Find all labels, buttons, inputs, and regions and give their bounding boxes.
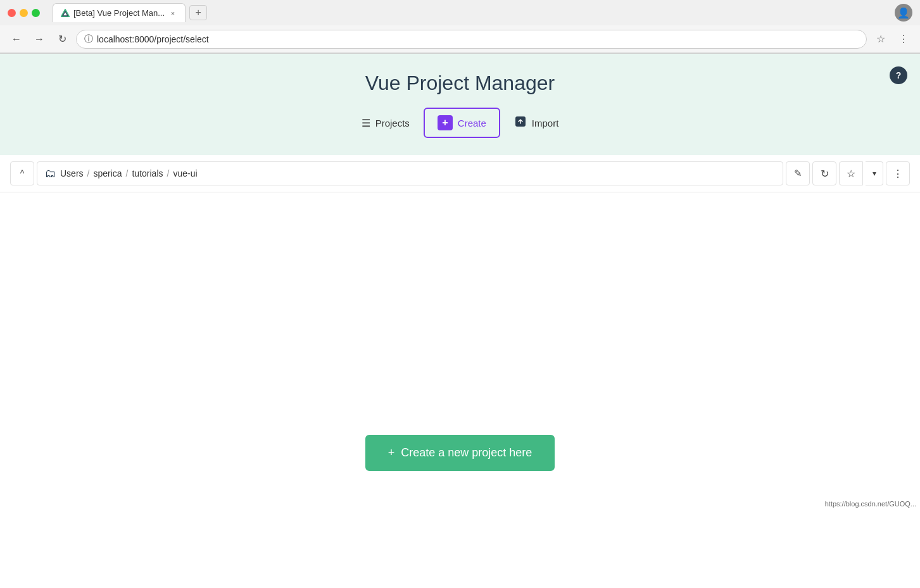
tab-projects-label: Projects [375, 118, 410, 128]
refresh-icon: ↻ [821, 168, 829, 180]
create-plus-sign: + [388, 446, 395, 460]
tab-import[interactable]: Import [500, 108, 573, 138]
bookmark-button[interactable]: ☆ [872, 30, 890, 48]
favorites-dropdown-button[interactable]: ▾ [866, 161, 883, 185]
tab-projects[interactable]: ☰ Projects [348, 109, 424, 137]
create-plus-icon: + [438, 115, 453, 130]
reload-button[interactable]: ↻ [53, 30, 71, 48]
browser-menu-button[interactable]: ⋮ [895, 30, 912, 48]
back-button[interactable]: ← [8, 30, 25, 48]
chevron-down-icon: ▾ [873, 169, 876, 178]
projects-list-icon: ☰ [362, 117, 370, 129]
refresh-button[interactable]: ↻ [812, 161, 836, 185]
tab-close-button[interactable]: × [168, 9, 177, 18]
maximize-window-button[interactable] [32, 9, 40, 17]
window-controls [8, 9, 40, 17]
folder-icon: 🗂 [45, 167, 56, 180]
ellipsis-icon: ⋮ [893, 168, 903, 180]
tab-title: [Beta] Vue Project Man... [73, 8, 165, 18]
app-header: ? Vue Project Manager ☰ Projects + Creat… [0, 54, 920, 155]
nav-tabs: ☰ Projects + Create Import [348, 108, 573, 138]
edit-path-button[interactable]: ✎ [786, 161, 810, 185]
address-bar[interactable]: ⓘ localhost:8000/project/select [76, 30, 867, 49]
up-arrow-icon: ^ [20, 168, 25, 178]
title-bar: [Beta] Vue Project Man... × + 👤 [0, 0, 920, 25]
pencil-icon: ✎ [794, 168, 802, 179]
browser-chrome: [Beta] Vue Project Man... × + 👤 ← → ↻ ⓘ … [0, 0, 920, 54]
new-tab-button[interactable]: + [189, 5, 207, 20]
info-icon: ⓘ [84, 34, 93, 45]
tab-create-label: Create [458, 118, 486, 128]
url-text: localhost:8000/project/select [97, 34, 209, 44]
profile-icon[interactable]: 👤 [895, 4, 912, 22]
breadcrumb-users[interactable]: Users [60, 168, 84, 178]
more-options-button[interactable]: ⋮ [886, 161, 910, 185]
status-bar: https://blog.csdn.net/GUOQ... [821, 499, 920, 509]
active-tab[interactable]: [Beta] Vue Project Man... × [53, 3, 186, 22]
status-url-hint: https://blog.csdn.net/GUOQ... [825, 500, 916, 508]
main-content: + Create a new project here https://blog… [0, 192, 920, 509]
create-project-label: Create a new project here [401, 446, 532, 460]
forward-button[interactable]: → [30, 30, 48, 48]
file-explorer-bar: ^ 🗂 Users / sperica / tutorials / vue-ui… [0, 155, 920, 192]
tab-import-label: Import [532, 118, 559, 128]
help-icon[interactable]: ? [890, 66, 907, 84]
vue-logo-icon [61, 9, 70, 18]
minimize-window-button[interactable] [20, 9, 28, 17]
breadcrumb-sperica[interactable]: sperica [93, 168, 122, 178]
create-new-project-button[interactable]: + Create a new project here [365, 435, 555, 471]
tab-bar: [Beta] Vue Project Man... × + [53, 3, 890, 22]
import-upload-icon [514, 115, 527, 130]
breadcrumb-vue-ui[interactable]: vue-ui [173, 168, 197, 178]
breadcrumb: 🗂 Users / sperica / tutorials / vue-ui [37, 161, 783, 185]
favorite-button[interactable]: ☆ [839, 161, 863, 185]
address-bar-row: ← → ↻ ⓘ localhost:8000/project/select ☆ … [0, 25, 920, 53]
page-content: ? Vue Project Manager ☰ Projects + Creat… [0, 54, 920, 588]
star-icon: ☆ [847, 168, 855, 180]
close-window-button[interactable] [8, 9, 16, 17]
app-title: Vue Project Manager [365, 72, 555, 95]
breadcrumb-tutorials[interactable]: tutorials [132, 168, 163, 178]
tab-create[interactable]: + Create [424, 108, 500, 138]
up-directory-button[interactable]: ^ [10, 161, 34, 185]
